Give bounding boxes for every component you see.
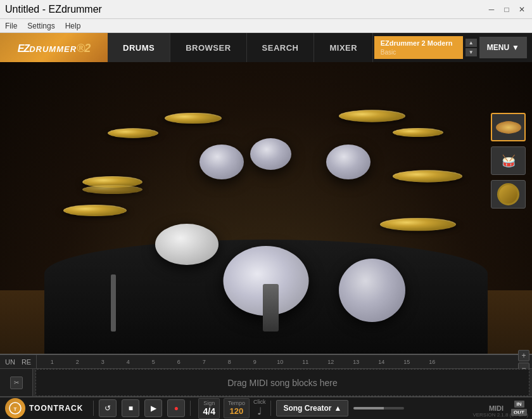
separator-3: [270, 401, 271, 416]
rack-tom-right[interactable]: [326, 145, 370, 179]
loop-button[interactable]: ↺: [99, 399, 117, 417]
window-controls: ─ □ ✕: [486, 4, 527, 15]
ride-cymbal-right[interactable]: [380, 218, 456, 231]
app-logo: EZDRUMMER®2: [0, 33, 108, 62]
hihat-stand: [111, 274, 116, 332]
crash-cymbal-left-large[interactable]: [63, 205, 127, 216]
top-nav-bar: EZDRUMMER®2 DRUMS BROWSER SEARCH MIXER E…: [0, 33, 532, 62]
midi-in-button[interactable]: IN: [514, 401, 524, 408]
svg-text:T: T: [14, 406, 17, 412]
toontrack-brand-text: TOONTRACK: [29, 404, 83, 413]
tempo-block[interactable]: Tempo 120: [224, 398, 250, 418]
timeline-track-area: ✂ Drag MIDI song blocks here: [0, 369, 532, 396]
zoom-in-button[interactable]: +: [518, 350, 529, 361]
accessory-panel: 🥁: [491, 113, 526, 209]
settings-menu[interactable]: Settings: [27, 22, 54, 30]
snare-drum[interactable]: [155, 224, 218, 265]
preset-next-button[interactable]: ▼: [466, 48, 477, 56]
bottom-panel: UN RE 1 2 3 4 5 6 7 8 9 10 11 12 13 14 1…: [0, 354, 532, 419]
preset-navigation: ▲ ▼: [466, 39, 477, 56]
title-bar: Untitled - EZdrummer ─ □ ✕: [0, 0, 532, 19]
timeline-header: UN RE 1 2 3 4 5 6 7 8 9 10 11 12 13 14 1…: [0, 355, 532, 369]
maximize-button[interactable]: □: [502, 4, 512, 15]
drum-kit: [44, 75, 488, 341]
preset-area: EZdrummer 2 Modern Basic ▲ ▼ MENU ▼: [374, 36, 532, 58]
nav-tabs: DRUMS BROWSER SEARCH MIXER: [108, 33, 374, 62]
toontrack-logo: T TOONTRACK: [5, 398, 83, 418]
crash-cymbal-back-right[interactable]: [393, 128, 443, 137]
stop-button[interactable]: ■: [122, 399, 139, 417]
preset-sub: Basic: [381, 48, 457, 56]
undo-redo-controls: UN RE: [0, 355, 37, 369]
separator-2: [190, 401, 191, 416]
timeline-ruler: 1 2 3 4 5 6 7 8 9 10 11 12 13 14 15 16: [37, 359, 516, 365]
tab-mixer[interactable]: MIXER: [314, 33, 373, 62]
drum-view-area: 🥁: [0, 62, 532, 354]
song-creator-button[interactable]: Song Creator ▲: [276, 400, 348, 416]
scissors-tool[interactable]: ✂: [10, 377, 23, 389]
transport-bar: T TOONTRACK ↺ ■ ▶ ● Sign 4/4 Tempo: [0, 396, 532, 419]
crash-cymbal-back-left[interactable]: [165, 113, 222, 124]
preset-selector[interactable]: EZdrummer 2 Modern Basic: [374, 36, 463, 58]
rack-tom-left[interactable]: [200, 145, 244, 179]
record-button[interactable]: ●: [167, 399, 185, 417]
redo-button[interactable]: RE: [19, 357, 34, 367]
volume-slider[interactable]: [353, 407, 404, 409]
window-title: Untitled - EZdrummer: [5, 4, 102, 15]
tab-search[interactable]: SEARCH: [247, 33, 315, 62]
version-label: VERSION 2.1.8 (64-BIT): [472, 412, 528, 418]
accessory-thumb-1[interactable]: [491, 113, 526, 141]
menu-bar: File Settings Help: [0, 19, 532, 33]
track-left-controls: ✂: [0, 369, 33, 396]
tab-drums[interactable]: DRUMS: [108, 33, 170, 62]
midi-label-area: MIDI: [489, 404, 504, 412]
menu-button[interactable]: MENU ▼: [479, 37, 527, 58]
logo-text: EZDRUMMER®2: [18, 39, 91, 56]
time-signature-block[interactable]: Sign 4/4: [198, 398, 219, 419]
accessory-thumb-3[interactable]: [491, 180, 526, 209]
click-control[interactable]: Click ♩: [253, 399, 266, 417]
floor-tom-right[interactable]: [339, 259, 405, 322]
close-button[interactable]: ✕: [517, 4, 527, 15]
midi-label: MIDI: [489, 404, 504, 412]
accessory-thumb-2[interactable]: 🥁: [491, 146, 526, 175]
rack-tom-center[interactable]: [250, 138, 291, 170]
minimize-button[interactable]: ─: [486, 4, 497, 15]
preset-name: EZdrummer 2 Modern: [381, 39, 457, 48]
toontrack-logo-icon: T: [5, 398, 25, 418]
separator-1: [93, 401, 94, 416]
ride-cymbal-back-right[interactable]: [339, 110, 405, 122]
undo-button[interactable]: UN: [3, 357, 18, 367]
help-menu[interactable]: Help: [65, 22, 81, 30]
preset-prev-button[interactable]: ▲: [466, 39, 477, 47]
tab-browser[interactable]: BROWSER: [170, 33, 246, 62]
midi-drop-zone[interactable]: Drag MIDI song blocks here: [35, 369, 529, 396]
sign-tempo-area: Sign 4/4 Tempo 120 Click ♩: [198, 398, 265, 419]
crash-cymbal-right-large[interactable]: [393, 170, 462, 182]
file-menu[interactable]: File: [5, 22, 17, 30]
play-button[interactable]: ▶: [144, 399, 162, 417]
bass-pedal[interactable]: [263, 284, 279, 332]
hihat-bottom-cymbal[interactable]: [82, 185, 142, 194]
hihat-cymbal-back-left[interactable]: [108, 128, 158, 138]
volume-area: [353, 407, 484, 409]
